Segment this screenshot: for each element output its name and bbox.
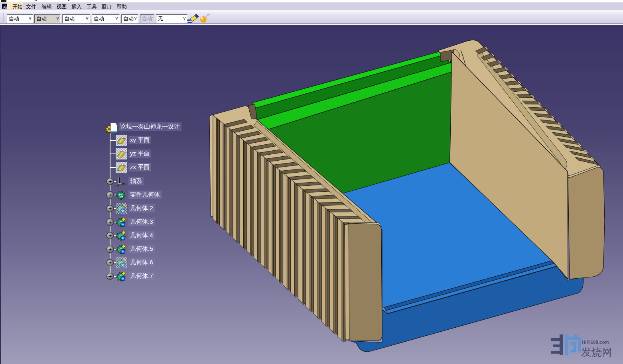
svg-text:发烧网: 发烧网 (581, 346, 612, 358)
svg-text:HIFI168.com: HIFI168.com (582, 340, 609, 344)
